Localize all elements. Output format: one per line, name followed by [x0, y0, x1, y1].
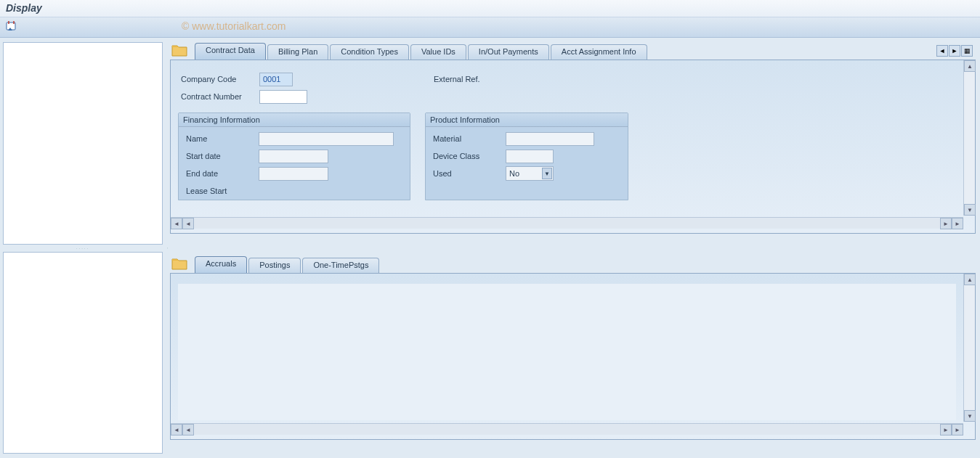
scroll-right-icon[interactable]: ►	[940, 424, 952, 435]
tab-scroll-right-icon[interactable]: ►	[949, 45, 960, 57]
label-name: Name	[183, 134, 259, 143]
contract-data-pane: Company Code External Ref. Contract Numb…	[178, 70, 968, 201]
label-start-date: Start date	[183, 152, 259, 160]
scroll-up-icon[interactable]: ▲	[964, 60, 976, 72]
hscroll-track[interactable]	[194, 424, 940, 435]
scroll-down-icon[interactable]: ▼	[964, 204, 976, 216]
folder-icon[interactable]	[171, 44, 187, 57]
row-material: Material	[430, 130, 623, 147]
select-used[interactable]: ▼	[506, 166, 554, 181]
tab-scroll-left-icon[interactable]: ◄	[936, 45, 948, 57]
upper-tab-content: Company Code External Ref. Contract Numb…	[170, 60, 976, 234]
label-contract-number: Contract Number	[178, 92, 259, 101]
app-toolbar: © www.tutorialkart.com	[0, 17, 980, 38]
financing-title: Financing Information	[179, 113, 410, 127]
row-lease-start: Lease Start	[183, 182, 405, 200]
input-material[interactable]	[506, 132, 594, 146]
input-name[interactable]	[259, 132, 394, 146]
row-contract-number: Contract Number	[178, 88, 968, 105]
upper-tab-strip: Contract Data Billing Plan Condition Typ…	[170, 42, 976, 60]
lower-tab-section: Accruals Postings One-TimePstgs ▲ ▼ ◄ ◄ …	[170, 255, 976, 440]
scroll-left-icon[interactable]: ◄	[171, 424, 182, 435]
scroll-left2-icon[interactable]: ◄	[182, 424, 194, 435]
scroll-left-icon[interactable]: ◄	[171, 218, 182, 229]
accruals-pane	[178, 284, 956, 420]
window-title: Display	[6, 2, 42, 14]
tab-value-ids[interactable]: Value IDs	[410, 44, 466, 60]
input-device-class[interactable]	[506, 150, 554, 163]
upper-hscroll[interactable]: ◄ ◄ ► ►	[171, 217, 963, 229]
label-lease-start: Lease Start	[183, 187, 259, 195]
hscroll-track[interactable]	[194, 218, 940, 229]
tree-area-bottom[interactable]	[3, 252, 163, 454]
label-company-code: Company Code	[178, 75, 259, 83]
scroll-up-icon[interactable]: ▲	[964, 274, 976, 285]
input-start-date[interactable]	[259, 150, 328, 163]
tab-billing-plan[interactable]: Billing Plan	[267, 44, 328, 60]
row-product-extra	[430, 182, 623, 200]
input-contract-number[interactable]	[259, 90, 307, 104]
folder-icon[interactable]	[171, 257, 187, 270]
refresh-icon[interactable]	[6, 20, 17, 32]
chevron-down-icon[interactable]: ▼	[542, 168, 552, 179]
tab-inout-payments[interactable]: In/Out Payments	[468, 44, 549, 60]
label-material: Material	[430, 134, 506, 143]
tab-condition-types[interactable]: Condition Types	[330, 44, 409, 60]
label-end-date: End date	[183, 169, 259, 178]
main-split: ····· · Contract Data Billing Plan Condi…	[0, 38, 980, 458]
row-name: Name	[183, 130, 405, 147]
label-used: Used	[430, 169, 506, 178]
upper-vscroll[interactable]: ▲ ▼	[963, 60, 975, 216]
groups-row: Financing Information Name Start date	[178, 105, 968, 200]
financing-col: Financing Information Name Start date	[178, 105, 410, 200]
scroll-left2-icon[interactable]: ◄	[182, 218, 194, 229]
product-group: Product Information Material Device Clas…	[425, 113, 628, 200]
tab-accruals[interactable]: Accruals	[195, 256, 247, 273]
input-company-code[interactable]	[259, 73, 293, 86]
row-end-date: End date	[183, 165, 405, 182]
lower-tab-content: ▲ ▼ ◄ ◄ ► ►	[170, 273, 976, 440]
label-external-ref: External Ref.	[431, 75, 512, 83]
financing-group: Financing Information Name Start date	[178, 113, 410, 200]
scroll-right2-icon[interactable]: ►	[952, 424, 963, 435]
lower-hscroll[interactable]: ◄ ◄ ► ►	[171, 423, 963, 435]
tab-one-time-pstgs[interactable]: One-TimePstgs	[302, 258, 379, 273]
lower-tab-strip: Accruals Postings One-TimePstgs	[170, 255, 976, 273]
horizontal-splitter[interactable]: ·····	[0, 246, 166, 250]
lower-vscroll[interactable]: ▲ ▼	[963, 274, 975, 422]
row-company-code: Company Code External Ref.	[178, 70, 968, 88]
tab-postings[interactable]: Postings	[248, 258, 301, 273]
window-title-bar: Display	[0, 0, 980, 17]
scroll-down-icon[interactable]: ▼	[964, 410, 976, 422]
upper-tab-controls: ◄ ► ▦	[936, 45, 973, 57]
tree-area-top[interactable]	[3, 42, 163, 245]
product-title: Product Information	[426, 113, 628, 127]
label-device-class: Device Class	[430, 152, 506, 160]
input-end-date[interactable]	[259, 167, 328, 181]
tab-contract-data[interactable]: Contract Data	[195, 43, 266, 60]
product-body: Material Device Class Used	[426, 127, 628, 200]
scroll-right2-icon[interactable]: ►	[952, 218, 963, 229]
row-device-class: Device Class	[430, 147, 623, 165]
left-panel: ·····	[0, 38, 166, 458]
tab-list-icon[interactable]: ▦	[961, 45, 973, 57]
financing-body: Name Start date End date	[179, 127, 410, 200]
right-panel: Contract Data Billing Plan Condition Typ…	[170, 38, 980, 458]
watermark-text: © www.tutorialkart.com	[182, 20, 286, 32]
product-col: Product Information Material Device Clas…	[425, 105, 628, 200]
row-start-date: Start date	[183, 147, 405, 165]
row-used: Used ▼	[430, 165, 623, 182]
tab-acct-assignment[interactable]: Acct Assignment Info	[551, 44, 647, 60]
upper-tab-section: Contract Data Billing Plan Condition Typ…	[170, 42, 976, 234]
scroll-right-icon[interactable]: ►	[940, 218, 952, 229]
